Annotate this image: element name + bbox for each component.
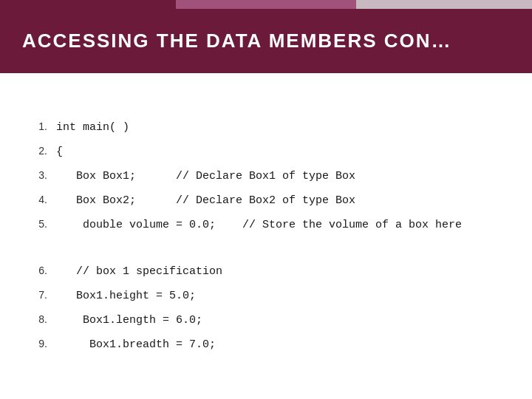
- code-text: int main( ): [56, 119, 129, 137]
- code-line-6: [30, 240, 502, 250]
- line-number: 8.: [30, 311, 56, 327]
- code-line-10: 9. Box1.breadth = 7.0;: [30, 335, 502, 354]
- code-line-8: 7. Box1.height = 5.0;: [30, 287, 502, 305]
- code-text: {: [56, 143, 63, 161]
- slide-title: ACCESSING THE DATA MEMBERS CON…: [22, 30, 510, 52]
- line-number: 9.: [30, 335, 56, 352]
- code-line-4: 4. Box Box2; // Declare Box2 of type Box: [30, 191, 502, 210]
- slide-container: ACCESSING THE DATA MEMBERS CON… 1.int ma…: [0, 0, 532, 399]
- line-number: 7.: [30, 287, 56, 303]
- code-line-7: 6. // box 1 specification: [30, 262, 502, 281]
- code-text: Box1.length = 6.0;: [56, 312, 202, 330]
- line-number: 4.: [30, 191, 56, 208]
- code-list: 1.int main( )2.{3. Box Box1; // Declare …: [30, 118, 502, 354]
- code-text: Box1.height = 5.0;: [56, 287, 196, 305]
- line-number: 3.: [30, 167, 56, 183]
- line-number: 5.: [30, 216, 56, 232]
- bar-mid: [176, 0, 357, 9]
- header-section: ACCESSING THE DATA MEMBERS CON…: [0, 9, 532, 73]
- code-line-5: 5. double volume = 0.0; // Store the vol…: [30, 216, 502, 234]
- code-line-9: 8. Box1.length = 6.0;: [30, 311, 502, 330]
- code-text: // box 1 specification: [56, 263, 222, 281]
- code-line-2: 2.{: [30, 143, 502, 161]
- code-text: double volume = 0.0; // Store the volume…: [56, 216, 462, 234]
- code-text: Box Box1; // Declare Box1 of type Box: [56, 168, 355, 185]
- line-number: 2.: [30, 143, 56, 159]
- line-number: 6.: [30, 262, 56, 279]
- bar-light: [356, 0, 532, 9]
- content-section: 1.int main( )2.{3. Box Box1; // Declare …: [0, 103, 532, 399]
- bar-dark: [0, 0, 176, 9]
- top-bars: [0, 0, 532, 9]
- line-number: 1.: [30, 118, 56, 134]
- code-text: Box Box2; // Declare Box2 of type Box: [56, 192, 355, 210]
- code-text: Box1.breadth = 7.0;: [56, 336, 216, 354]
- code-line-3: 3. Box Box1; // Declare Box1 of type Box: [30, 167, 502, 185]
- code-line-1: 1.int main( ): [30, 118, 502, 137]
